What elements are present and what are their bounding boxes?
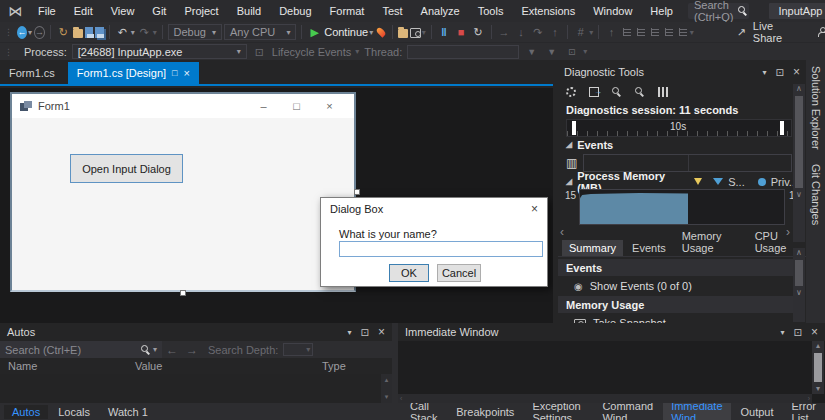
restart-button[interactable]: ↻ bbox=[471, 23, 486, 41]
show-events-row[interactable]: ◉ Show Events (0 of 0) bbox=[558, 276, 793, 296]
hex-display-button[interactable]: # bbox=[573, 23, 588, 41]
reset-view-icon[interactable] bbox=[658, 87, 668, 97]
save-all-icon[interactable] bbox=[95, 27, 104, 38]
window-position-icon[interactable]: ▾ bbox=[781, 328, 785, 337]
chevron-down-icon[interactable]: ▾ bbox=[153, 345, 157, 354]
align-centers-icon[interactable] bbox=[637, 28, 645, 36]
tab-watch-1[interactable]: Watch 1 bbox=[100, 405, 156, 419]
immediate-hscrollbar[interactable]: ‹ › bbox=[398, 394, 812, 403]
layout-dropdown[interactable]: ▾ bbox=[690, 28, 694, 37]
autos-grid[interactable]: ▴ ▾ bbox=[0, 374, 392, 403]
stack-frame-icon[interactable]: ⊡ bbox=[564, 43, 579, 61]
zoom-out-icon[interactable] bbox=[635, 87, 645, 97]
dialog-title-bar[interactable]: Dialog Box × bbox=[321, 198, 547, 220]
live-share-button[interactable]: Live Share bbox=[753, 20, 789, 44]
tab-output[interactable]: Output bbox=[733, 405, 782, 419]
menu-extensions[interactable]: Extensions bbox=[512, 0, 584, 22]
pin-icon[interactable]: ⊡ bbox=[794, 327, 802, 338]
window-position-icon[interactable]: ▾ bbox=[763, 68, 767, 77]
menu-tools[interactable]: Tools bbox=[469, 0, 513, 22]
tab-autos[interactable]: Autos bbox=[4, 405, 48, 419]
navigate-back-button[interactable]: ← bbox=[17, 26, 27, 39]
column-type[interactable]: Type bbox=[322, 360, 392, 372]
menu-git[interactable]: Git bbox=[143, 0, 175, 22]
scroll-up-icon[interactable]: ∧ bbox=[796, 84, 802, 94]
settings-gear-icon[interactable] bbox=[566, 87, 576, 97]
pin-icon[interactable]: □ bbox=[172, 68, 177, 78]
menu-build[interactable]: Build bbox=[228, 0, 270, 22]
toolbar-grip[interactable]: ⋮ bbox=[2, 47, 15, 57]
autos-search-box[interactable]: Search (Ctrl+E) ▾ bbox=[0, 341, 162, 358]
scrollbar-thumb[interactable] bbox=[795, 96, 803, 188]
timeline-start-marker[interactable] bbox=[572, 121, 576, 135]
continue-button[interactable]: Continue bbox=[324, 26, 368, 38]
close-tab-icon[interactable]: × bbox=[184, 67, 190, 79]
hot-reload-icon[interactable] bbox=[376, 26, 387, 37]
show-next-statement-button[interactable]: → bbox=[496, 23, 511, 41]
align-rights-icon[interactable] bbox=[651, 28, 659, 36]
scroll-left-icon[interactable]: ‹ bbox=[400, 395, 402, 402]
menu-file[interactable]: File bbox=[29, 0, 65, 22]
search-depth-dropdown[interactable]: ▾ bbox=[283, 343, 313, 356]
screenshot-dropdown[interactable]: ▾ bbox=[422, 28, 426, 37]
step-over-button[interactable]: ↷ bbox=[530, 23, 545, 41]
tab-form1-design[interactable]: Form1.cs [Design] □ × bbox=[68, 62, 199, 84]
breakpoint-toggle-icon[interactable]: ↑ bbox=[604, 23, 619, 41]
scroll-down-icon[interactable]: ▾ bbox=[816, 384, 820, 394]
select-tools-icon[interactable] bbox=[589, 87, 599, 97]
scroll-down-icon[interactable]: ∨ bbox=[796, 190, 802, 200]
redo-dropdown[interactable]: ▾ bbox=[153, 28, 157, 37]
timeline-ruler[interactable]: 10s bbox=[566, 119, 792, 137]
menu-test[interactable]: Test bbox=[373, 0, 411, 22]
memory-section-header[interactable]: ◢ Process Memory (MB) S... Priv... bbox=[558, 174, 806, 189]
global-search-box[interactable]: Search (Ctrl+Q) bbox=[688, 3, 749, 19]
undo-dropdown[interactable]: ▾ bbox=[131, 28, 135, 37]
open-file-icon[interactable] bbox=[73, 29, 83, 38]
scrollbar-thumb[interactable] bbox=[795, 260, 803, 286]
save-icon[interactable] bbox=[85, 27, 94, 38]
immediate-vscrollbar[interactable]: ▴ ▾ bbox=[812, 341, 824, 394]
form-body[interactable]: Open Input Dialog bbox=[12, 118, 354, 290]
menu-edit[interactable]: Edit bbox=[65, 0, 102, 22]
zoom-in-icon[interactable] bbox=[612, 87, 622, 97]
process-dropdown[interactable]: [24688] InputApp.exe ▾ bbox=[72, 44, 247, 59]
feedback-icon[interactable] bbox=[817, 27, 825, 37]
navigate-forward-button[interactable]: → bbox=[34, 26, 45, 39]
resize-handle-right[interactable] bbox=[354, 189, 360, 195]
hex-dropdown[interactable]: ▾ bbox=[589, 28, 593, 37]
immediate-content[interactable]: ▴ ▾ ‹ › bbox=[398, 341, 825, 403]
navigate-back-dropdown[interactable]: ▾ bbox=[28, 28, 32, 37]
close-panel-icon[interactable]: × bbox=[811, 325, 818, 339]
align-lefts-icon[interactable] bbox=[623, 28, 631, 36]
dialog-close-icon[interactable]: × bbox=[531, 202, 538, 216]
memory-chart[interactable] bbox=[579, 189, 785, 225]
stop-debugging-button[interactable]: ■ bbox=[454, 23, 469, 41]
designer-form[interactable]: Form1 – □ × Open Input Dialog bbox=[10, 92, 356, 292]
pin-icon[interactable]: ⊡ bbox=[776, 67, 784, 78]
close-panel-icon[interactable]: × bbox=[378, 325, 385, 339]
scroll-down-icon[interactable]: ∨ bbox=[796, 288, 802, 298]
scroll-up-icon[interactable]: ▴ bbox=[816, 341, 820, 351]
scroll-down-icon[interactable]: ▾ bbox=[385, 393, 389, 401]
diagnostics-scrollbar-top[interactable]: ∧ ∨ bbox=[793, 84, 805, 242]
menu-window[interactable]: Window bbox=[584, 0, 641, 22]
ok-button[interactable]: OK bbox=[389, 264, 429, 282]
cancel-button[interactable]: Cancel bbox=[437, 264, 481, 282]
menu-analyze[interactable]: Analyze bbox=[412, 0, 469, 22]
break-all-button[interactable]: ‖ bbox=[437, 23, 452, 41]
menu-debug[interactable]: Debug bbox=[270, 0, 320, 22]
window-position-icon[interactable]: ▾ bbox=[348, 328, 352, 337]
tab-summary[interactable]: Summary bbox=[562, 240, 623, 256]
tab-breakpoints[interactable]: Breakpoints bbox=[448, 405, 522, 419]
flag-threads-icon[interactable]: ▼ bbox=[524, 43, 539, 61]
undo-button[interactable]: ↶ bbox=[115, 23, 130, 41]
column-name[interactable]: Name bbox=[0, 360, 135, 372]
diagnostics-scrollbar-bottom[interactable]: ∧ ∨ bbox=[793, 248, 805, 322]
events-section-header[interactable]: ◢ Events bbox=[558, 137, 806, 152]
tab-events[interactable]: Events bbox=[625, 240, 673, 256]
menu-project[interactable]: Project bbox=[175, 0, 227, 22]
filter-threads-icon[interactable]: ▼ bbox=[544, 43, 559, 61]
autos-header[interactable]: Autos ▾ ⊡ × bbox=[0, 323, 392, 341]
sidebar-tab-git-changes[interactable]: Git Changes bbox=[810, 164, 822, 225]
step-into-button[interactable]: ↓ bbox=[513, 23, 528, 41]
